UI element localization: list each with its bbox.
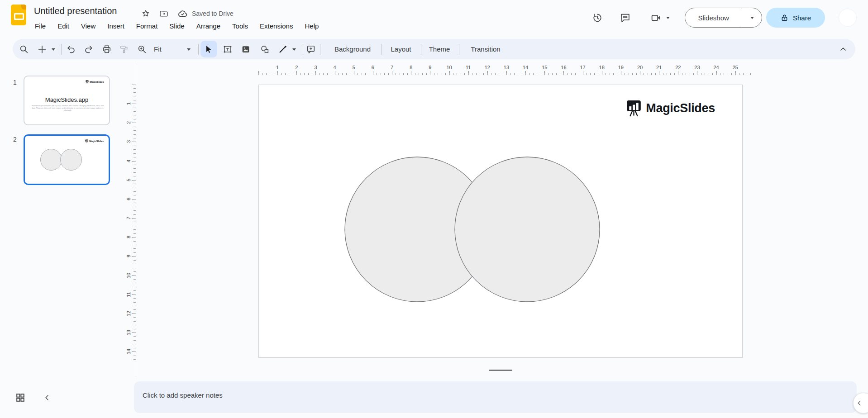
insert-shape-button[interactable] [259, 43, 271, 55]
layout-button[interactable]: Layout [391, 45, 411, 53]
background-button[interactable]: Background [334, 45, 371, 53]
ruler-v-number: 6 [126, 195, 132, 204]
ruler-h-number: 13 [502, 65, 511, 70]
zoom-in-icon [137, 44, 147, 54]
star-button[interactable] [141, 9, 150, 18]
redo-button[interactable] [83, 43, 95, 55]
speaker-notes-placeholder: Click to add speaker notes [143, 391, 223, 399]
ruler-h-number: 12 [483, 65, 492, 70]
ruler-v-number: 9 [126, 252, 132, 261]
meet-caret-icon[interactable] [666, 17, 670, 19]
user-avatar[interactable] [839, 9, 857, 27]
ruler-h-number: 9 [425, 65, 434, 70]
theme-button[interactable]: Theme [429, 45, 450, 53]
ruler-h-number: 23 [692, 65, 701, 70]
ruler-h-number: 15 [540, 65, 549, 70]
ruler-ticks [132, 85, 136, 360]
grid-view-button[interactable] [15, 393, 25, 403]
insert-line-button[interactable] [277, 43, 289, 55]
saved-status-text[interactable]: Saved to Drive [192, 10, 234, 17]
new-slide-caret-icon[interactable] [52, 48, 55, 51]
slide-canvas[interactable]: MagicSlides [258, 85, 743, 358]
slideshow-caret-button[interactable] [742, 8, 762, 27]
slides-logo-inner [14, 13, 24, 20]
ruler-h-number: 11 [464, 65, 473, 70]
ruler-h-number: 7 [387, 65, 396, 70]
menu-insert[interactable]: Insert [101, 21, 130, 31]
line-caret-icon[interactable] [292, 48, 296, 51]
cloud-status-icon[interactable] [177, 9, 188, 19]
folder-move-icon [159, 9, 168, 18]
select-tool-button[interactable] [203, 43, 215, 55]
insert-image-button[interactable] [240, 43, 252, 55]
notes-resize-handle[interactable] [489, 370, 512, 371]
ruler-vertical: 1234567891011121314 [125, 85, 136, 360]
plus-icon [37, 44, 47, 54]
history-icon [591, 12, 603, 24]
menu-format[interactable]: Format [130, 21, 164, 31]
slide-thumbnail-1[interactable]: MagicSlides MagicSlides.app PowerPoint p… [24, 76, 110, 125]
menu-edit[interactable]: Edit [52, 21, 75, 31]
venn-circle-right[interactable] [455, 157, 600, 302]
ruler-h-number: 5 [349, 65, 358, 70]
menu-extensions[interactable]: Extensions [254, 21, 299, 31]
ruler-h-number: 21 [654, 65, 663, 70]
menu-file[interactable]: File [29, 21, 52, 31]
chevron-left-icon [43, 393, 52, 402]
filmstrip-divider [136, 63, 136, 377]
filmstrip-collapse-button[interactable] [43, 393, 52, 402]
insert-comment-button[interactable] [305, 43, 317, 55]
menu-tools[interactable]: Tools [226, 21, 254, 31]
menu-slide[interactable]: Slide [163, 21, 190, 31]
zoom-button[interactable] [136, 43, 148, 55]
ruler-h-number: 2 [292, 65, 301, 70]
ruler-v-number: 12 [126, 309, 132, 318]
ruler-v-number: 2 [126, 118, 132, 127]
slideshow-button[interactable]: Slideshow [685, 14, 742, 22]
zoom-fit-select[interactable]: Fit [154, 45, 162, 53]
text-box-icon [223, 44, 233, 54]
magicslides-icon [85, 139, 88, 143]
search-menus-button[interactable] [18, 43, 30, 55]
comments-button[interactable] [620, 12, 631, 24]
move-folder-button[interactable] [159, 9, 168, 18]
toolbar-divider [303, 44, 303, 55]
toolbar-collapse-button[interactable] [837, 43, 849, 55]
slides-logo-fold [21, 5, 26, 10]
zoom-fit-caret-icon[interactable] [187, 48, 191, 51]
venn-diagram [259, 85, 742, 357]
presentation-title[interactable]: Untitled presentation [34, 6, 117, 16]
slide-thumbnail-2-selected[interactable]: MagicSlides [24, 134, 110, 185]
text-box-button[interactable] [222, 43, 234, 55]
menu-arrange[interactable]: Arrange [191, 21, 226, 31]
meet-button[interactable] [650, 12, 662, 24]
menu-help[interactable]: Help [299, 21, 324, 31]
ruler-v-number: 7 [126, 214, 132, 223]
ruler-h-number: 18 [597, 65, 606, 70]
add-comment-icon [306, 44, 316, 54]
cursor-arrow-icon [204, 44, 214, 54]
paint-format-button[interactable] [118, 43, 130, 55]
toolbar-divider [381, 44, 382, 55]
image-icon [241, 44, 251, 54]
thumb-slide-body: PowerPoint presentations (PPTs) are a co… [30, 104, 105, 112]
speaker-notes-input[interactable]: Click to add speaker notes [134, 381, 857, 413]
thumb-brand-logo: MagicSlides [86, 80, 104, 84]
ruler-horizontal: 1234567891011121314151617181920212223242… [258, 65, 752, 75]
ruler-h-number: 22 [673, 65, 682, 70]
ruler-v-number: 13 [126, 328, 132, 337]
menu-view[interactable]: View [75, 21, 101, 31]
chevron-up-icon [839, 45, 848, 54]
undo-button[interactable] [65, 43, 77, 55]
print-button[interactable] [101, 43, 113, 55]
chevron-down-icon [750, 17, 754, 19]
share-button[interactable]: Share [766, 8, 825, 28]
version-history-button[interactable] [591, 12, 603, 24]
transition-button[interactable]: Transition [471, 45, 500, 53]
thumb-venn-circle-left [40, 149, 62, 171]
ruler-h-number: 3 [311, 65, 320, 70]
slideshow-split-button: Slideshow [685, 8, 762, 28]
new-slide-button[interactable] [36, 43, 48, 55]
grid-view-icon [15, 393, 25, 403]
slides-logo[interactable] [11, 5, 26, 25]
